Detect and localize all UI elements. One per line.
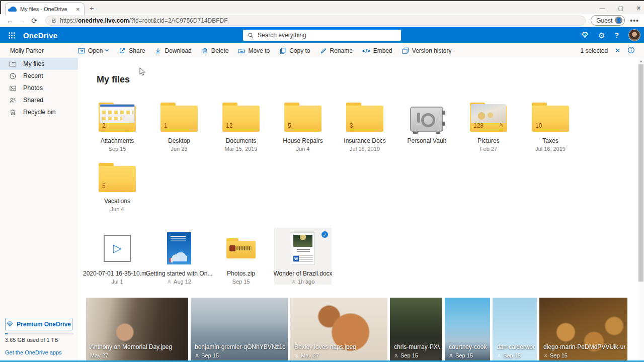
help-icon[interactable]: ? <box>614 32 619 39</box>
copy-to-button[interactable]: Copy to <box>279 47 310 54</box>
photo-tile-anthony-on-memorial-day-jpeg[interactable]: Anthony on Memorial Day.jpeg May 27 <box>86 298 188 360</box>
photo-strip: Anthony on Memorial Day.jpeg May 27 benj… <box>86 298 627 360</box>
url-bar[interactable]: https://onedrive.live.com/?id=root&cid=2… <box>45 16 586 26</box>
folder-icon: 3 <box>346 103 383 132</box>
chevron-down-icon <box>105 48 109 53</box>
back-icon[interactable]: ← <box>4 17 16 25</box>
app-launcher-button[interactable] <box>0 27 23 43</box>
file-tile-2020-07-01-16-35-10-m[interactable]: ▷ 2020-07-01 16-35-10.m... Jul 1 <box>89 228 146 285</box>
new-tab-button[interactable]: + <box>90 4 94 12</box>
copy-icon <box>279 47 286 54</box>
delete-button[interactable]: Delete <box>201 47 229 54</box>
embed-button[interactable]: </> Embed <box>362 47 392 54</box>
folder-icon: 128 <box>470 103 507 132</box>
owner-name: Molly Parker <box>0 47 78 54</box>
folder-tile-vacations[interactable]: 5 Vacations Jun 4 <box>89 161 146 221</box>
scroll-up-icon[interactable]: ▲ <box>638 59 644 63</box>
folder-tile-documents[interactable]: 12 Documents Mar 15, 2019 <box>212 101 270 161</box>
folder-date: Jul 16, 2019 <box>535 146 566 152</box>
file-tile-photos-zip[interactable]: Photos.zip Sep 15 <box>212 228 270 285</box>
download-button[interactable]: Download <box>154 47 191 54</box>
folder-tile-pictures[interactable]: 128 Pictures Feb 27 <box>460 101 517 161</box>
folder-date: Jun 4 <box>296 146 310 152</box>
browser-menu-icon[interactable]: ••• <box>630 17 639 25</box>
command-bar: Molly Parker Open Share Download Delete … <box>0 43 644 58</box>
sidebar-item-recent[interactable]: Recent <box>0 70 78 82</box>
photo-tile-dan-calderwoo[interactable]: dan-calderwoo... Sep 15 <box>493 298 537 360</box>
sidebar-item-recycle-bin[interactable]: Recycle bin <box>0 106 78 118</box>
photo-date: Sep 15 <box>497 352 521 358</box>
tab-close-icon[interactable]: ✕ <box>76 7 80 12</box>
photo-tile-diego-marin-pedmdpvvuik-unsplas[interactable]: diego-marin-PeDMdPVVUik-unsplas... Sep 1… <box>539 298 627 360</box>
folder-tile-house-repairs[interactable]: 5 House Repairs Jun 4 <box>274 101 332 161</box>
folder-tile-desktop[interactable]: 1 Desktop Jun 23 <box>150 101 208 161</box>
folder-name: Desktop <box>168 137 190 144</box>
folder-icon: 2 <box>99 103 136 132</box>
forward-icon: → <box>16 17 28 25</box>
selection-zone: 1 selected ✕ <box>580 46 644 55</box>
folder-icon: 5 <box>284 103 321 132</box>
selected-check-icon[interactable]: ✓ <box>321 231 329 238</box>
browser-tab[interactable]: My files - OneDrive ✕ <box>5 3 85 15</box>
settings-gear-icon[interactable]: ⚙ <box>598 32 605 39</box>
photo-name: Bexley loves naps.jpeg <box>294 343 356 350</box>
suite-header: OneDrive Search everything ⚙ ? <box>0 27 644 43</box>
photo-date: Sep 15 <box>543 352 568 358</box>
folder-date: Feb 27 <box>480 146 497 152</box>
version-history-button[interactable]: Version history <box>402 47 452 54</box>
share-button[interactable]: Share <box>119 47 145 54</box>
move-to-button[interactable]: Move to <box>238 47 270 54</box>
guest-profile-button[interactable]: Guest 👤 <box>591 15 625 26</box>
guest-label: Guest <box>596 17 612 24</box>
search-input[interactable]: Search everything <box>243 30 401 41</box>
clock-icon <box>9 72 17 80</box>
sidebar-item-my-files[interactable]: My files <box>0 58 78 70</box>
refresh-icon[interactable]: ⟳ <box>28 17 40 25</box>
photo-tile-bexley-loves-naps-jpeg[interactable]: Bexley loves naps.jpeg May 27 <box>290 298 387 360</box>
folder-tile-personal-vault[interactable]: Personal Vault <box>398 101 455 161</box>
rename-button[interactable]: Rename <box>320 47 353 54</box>
folder-grid: 2 Attachments Sep 15 1 Desktop Jun 23 12… <box>89 101 588 221</box>
file-tile-wonder-of-brazil-docx[interactable]: W Wonder of Brazil.docx 1h ago ✓ <box>274 228 332 285</box>
folder-item-count: 2 <box>102 122 106 129</box>
folder-tile-attachments[interactable]: 2 Attachments Sep 15 <box>89 101 146 161</box>
sidebar-item-shared[interactable]: Shared <box>0 94 78 106</box>
get-apps-link[interactable]: Get the OneDrive apps <box>5 349 62 355</box>
folder-item-count: 3 <box>350 122 353 129</box>
page-title: My files <box>97 74 130 85</box>
photo-tile-courtney-cook[interactable]: courtney-cook-... Sep 15 <box>445 298 490 360</box>
open-button[interactable]: Open <box>78 47 109 54</box>
photo-date: Sep 15 <box>394 352 418 358</box>
clear-selection-icon[interactable]: ✕ <box>615 47 620 54</box>
file-tile-getting-started-with-on[interactable]: Getting started with On... Aug 12 <box>150 228 208 285</box>
file-name: Wonder of Brazil.docx <box>273 270 332 277</box>
word-icon: W <box>293 256 299 261</box>
scrollbar[interactable]: ▲ <box>638 58 644 360</box>
folder-icon: 1 <box>160 103 198 132</box>
maximize-icon[interactable]: ▢ <box>618 5 623 12</box>
details-info-icon[interactable] <box>627 46 635 55</box>
folder-item-count: 12 <box>226 122 232 129</box>
folder-tile-taxes[interactable]: 10 Taxes Jul 16, 2019 <box>522 101 579 161</box>
account-avatar[interactable] <box>628 29 640 41</box>
folder-item-count: 10 <box>535 122 542 129</box>
close-icon[interactable]: ✕ <box>636 5 641 12</box>
premium-onedrive-button[interactable]: Premium OneDrive <box>5 318 72 330</box>
rename-icon <box>320 47 327 54</box>
shared-person-icon <box>449 353 453 358</box>
history-icon <box>402 47 409 54</box>
photo-tile-chris-murray-pxvq[interactable]: chris-murray-PXVQ... Sep 15 <box>390 298 442 360</box>
sidebar-item-photos[interactable]: Photos <box>0 82 78 94</box>
scrollbar-thumb[interactable] <box>638 64 643 282</box>
photo-name: benjamin-gremler-qONhYBVNz1c-unspla... <box>195 343 286 350</box>
shared-person-icon <box>294 353 299 358</box>
folder-item-count: 5 <box>288 122 291 129</box>
photo-tile-benjamin-gremler-qonhybvnz1c-unspla[interactable]: benjamin-gremler-qONhYBVNz1c-unspla... S… <box>191 298 288 360</box>
file-name: 2020-07-01 16-35-10.m... <box>83 270 151 277</box>
folder-icon: 5 <box>99 163 136 192</box>
folder-tile-insurance-docs[interactable]: 3 Insurance Docs Jul 16, 2019 <box>336 101 393 161</box>
main-panel: My files 2 Attachments Sep 15 1 Desktop … <box>78 58 644 360</box>
premium-gem-icon[interactable] <box>581 31 589 40</box>
minimize-icon[interactable]: — <box>599 5 605 11</box>
search-placeholder: Search everything <box>258 32 306 39</box>
